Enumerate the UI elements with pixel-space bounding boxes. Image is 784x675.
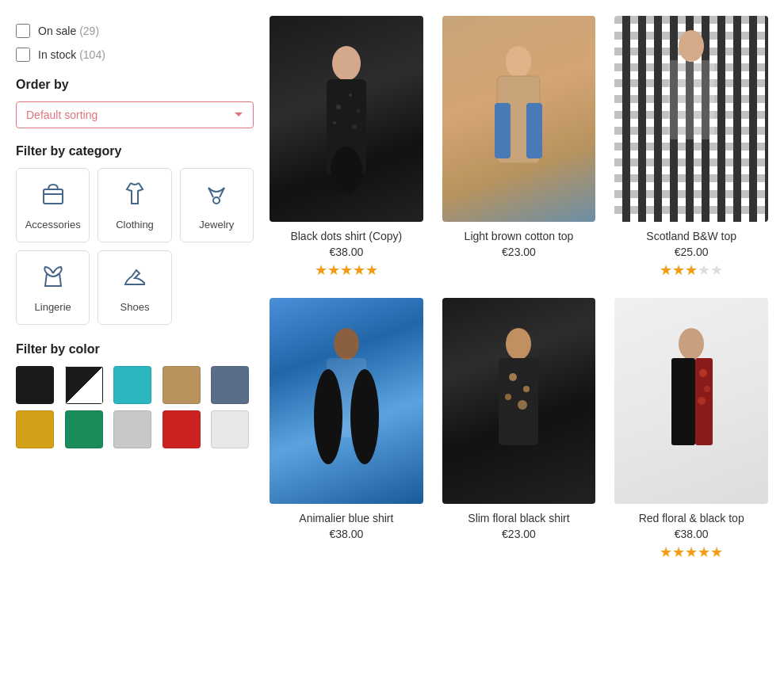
category-grid: Accessories Clothing (16, 168, 254, 325)
category-lingerie[interactable]: Lingerie (16, 250, 90, 325)
lingerie-icon (39, 262, 67, 296)
svg-point-5 (332, 46, 361, 81)
svg-point-12 (352, 124, 357, 129)
product-card-red-floral-black-top[interactable]: Red floral & black top €38.00 ★ ★ ★ ★ ★ (614, 298, 768, 561)
svg-point-34 (704, 386, 710, 392)
color-tan[interactable] (163, 366, 201, 404)
filter-color-title: Filter by color (16, 342, 254, 357)
product-name-black-dots-shirt: Black dots shirt (Copy) (290, 230, 402, 242)
svg-rect-17 (495, 103, 511, 158)
filter-in-stock-checkbox[interactable] (16, 48, 30, 62)
svg-point-29 (518, 400, 527, 410)
svg-point-22 (314, 369, 342, 464)
category-shoes-label: Shoes (120, 301, 150, 313)
svg-point-2 (213, 197, 220, 204)
sidebar: On sale (29) In stock (104) Order by Def… (16, 16, 254, 561)
svg-point-7 (331, 147, 362, 194)
svg-point-35 (698, 397, 706, 405)
star-1: ★ (315, 261, 327, 279)
product-image-black-dots-shirt (270, 16, 423, 222)
color-black-white[interactable] (65, 366, 103, 404)
product-grid: Black dots shirt (Copy) €38.00 ★ ★ ★ ★ ★ (270, 16, 768, 561)
color-green[interactable] (65, 410, 103, 448)
svg-point-8 (336, 105, 341, 109)
star-5: ★ (710, 261, 723, 279)
category-accessories-label: Accessories (25, 219, 81, 231)
svg-point-23 (350, 369, 379, 464)
svg-point-24 (506, 328, 531, 360)
svg-point-26 (509, 373, 517, 381)
product-stars-scotland-bw-top: ★ ★ ★ ★ ★ (660, 261, 723, 279)
star-2: ★ (672, 261, 685, 279)
svg-point-9 (349, 93, 352, 97)
color-red[interactable] (163, 410, 201, 448)
star-2: ★ (672, 543, 685, 561)
category-jewelry-label: Jewelry (199, 219, 234, 231)
dress-icon (120, 180, 149, 214)
filter-in-stock-row: In stock (104) (16, 48, 254, 62)
sort-select[interactable]: Default sorting Price: Low to High Price… (16, 101, 254, 128)
filter-in-stock-label: In stock (104) (38, 48, 105, 61)
filter-on-sale-count: (29) (79, 25, 99, 37)
color-black[interactable] (16, 366, 54, 404)
color-light-gray[interactable] (113, 410, 151, 448)
product-name-slim-floral-black-shirt: Slim floral black shirt (468, 512, 569, 524)
category-clothing[interactable]: Clothing (98, 168, 171, 242)
product-price-red-floral-black-top: €38.00 (675, 528, 709, 540)
star-4: ★ (353, 261, 365, 279)
filter-in-stock-count: (104) (79, 48, 105, 61)
product-card-animalier-blue-shirt[interactable]: Animalier blue shirt €38.00 (270, 298, 423, 561)
product-card-light-brown-cotton-top[interactable]: Light brown cotton top €23.00 (442, 16, 596, 279)
svg-point-11 (333, 121, 336, 124)
star-2: ★ (327, 261, 340, 279)
svg-point-18 (679, 30, 704, 62)
star-5: ★ (365, 261, 378, 279)
product-card-black-dots-shirt[interactable]: Black dots shirt (Copy) €38.00 ★ ★ ★ ★ ★ (270, 16, 423, 279)
product-stars-red-floral-black-top: ★ ★ ★ ★ ★ (660, 543, 723, 561)
product-name-red-floral-black-top: Red floral & black top (639, 512, 744, 524)
color-slate-blue[interactable] (211, 366, 249, 404)
svg-rect-25 (499, 358, 538, 445)
svg-rect-19 (668, 60, 714, 139)
color-filter-grid (16, 366, 254, 448)
star-1: ★ (660, 543, 672, 561)
color-white[interactable] (211, 410, 249, 448)
star-3: ★ (685, 543, 698, 561)
product-price-light-brown-cotton-top: €23.00 (502, 246, 536, 258)
star-5: ★ (710, 543, 723, 561)
filter-on-sale-checkbox[interactable] (16, 24, 30, 38)
star-4: ★ (698, 543, 710, 561)
svg-point-30 (679, 328, 704, 360)
product-price-black-dots-shirt: €38.00 (329, 246, 363, 258)
product-name-animalier-blue-shirt: Animalier blue shirt (299, 512, 393, 524)
bag-icon (39, 180, 67, 214)
product-image-scotland-bw-top (614, 16, 768, 222)
product-stars-black-dots-shirt: ★ ★ ★ ★ ★ (315, 261, 378, 279)
order-by-title: Order by (16, 78, 254, 92)
product-name-light-brown-cotton-top: Light brown cotton top (465, 230, 574, 242)
svg-point-33 (699, 369, 707, 377)
filter-on-sale-label: On sale (29) (38, 25, 99, 37)
product-price-scotland-bw-top: €25.00 (675, 246, 709, 258)
product-image-animalier-blue-shirt (270, 298, 423, 504)
product-name-scotland-bw-top: Scotland B&W top (646, 230, 736, 242)
svg-rect-16 (526, 103, 542, 158)
svg-point-20 (334, 328, 359, 360)
category-shoes[interactable]: Shoes (98, 250, 171, 325)
product-image-red-floral-black-top (614, 298, 768, 504)
category-lingerie-label: Lingerie (35, 301, 71, 313)
product-card-scotland-bw-top[interactable]: Scotland B&W top €25.00 ★ ★ ★ ★ ★ (614, 16, 768, 279)
category-accessories[interactable]: Accessories (16, 168, 90, 242)
category-clothing-label: Clothing (116, 219, 154, 231)
color-teal[interactable] (113, 366, 151, 404)
product-image-slim-floral-black-shirt (442, 298, 596, 504)
star-1: ★ (660, 261, 672, 279)
svg-point-28 (505, 394, 511, 400)
necklace-icon (202, 180, 231, 214)
category-jewelry[interactable]: Jewelry (180, 168, 254, 242)
color-yellow[interactable] (16, 410, 54, 448)
filter-on-sale-row: On sale (29) (16, 24, 254, 38)
svg-point-27 (523, 386, 530, 392)
product-image-light-brown-cotton-top (442, 16, 596, 222)
product-card-slim-floral-black-shirt[interactable]: Slim floral black shirt €23.00 (442, 298, 596, 561)
